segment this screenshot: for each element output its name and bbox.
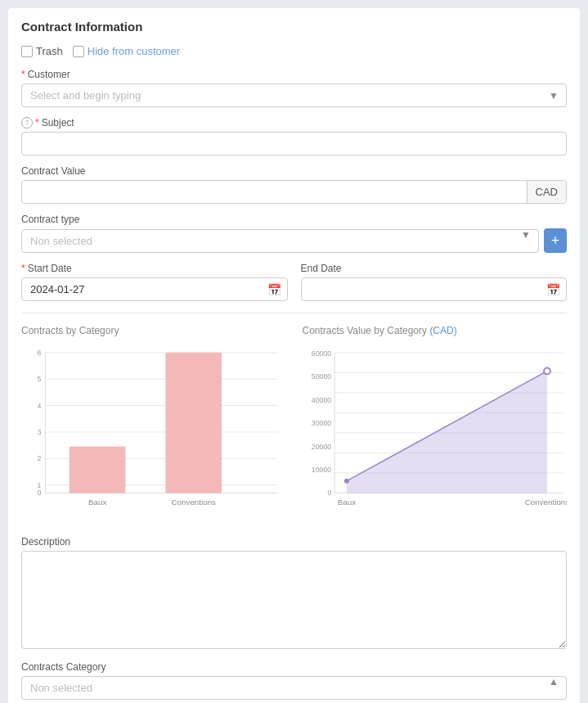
line-chart-block: Contracts Value by Category (CAD)	[303, 325, 568, 523]
contract-value-input[interactable]	[22, 181, 527, 203]
add-contract-type-button[interactable]: +	[544, 228, 567, 253]
line-chart-title: Contracts Value by Category (CAD)	[303, 325, 568, 336]
contract-value-label: Contract Value	[21, 165, 567, 177]
svg-text:0: 0	[38, 489, 42, 497]
bar-chart-svg: 0 1 2 3 4 5 6 Baux Conventions	[21, 343, 286, 515]
date-row: * Start Date 2024-01-27 📅 End Date 📅	[21, 263, 567, 301]
svg-text:40000: 40000	[311, 396, 331, 404]
trash-item[interactable]: Trash	[21, 45, 63, 57]
contract-value-field-group: Contract Value CAD	[21, 165, 567, 204]
svg-text:0: 0	[327, 489, 331, 497]
svg-text:Baux: Baux	[337, 498, 355, 507]
start-date-label: * Start Date	[21, 263, 288, 274]
svg-text:Baux: Baux	[88, 498, 106, 507]
start-date-wrapper: 2024-01-27 📅	[21, 277, 288, 301]
bar-chart-title: Contracts by Category	[21, 325, 286, 336]
bar-baux	[70, 447, 126, 493]
svg-text:6: 6	[38, 349, 42, 357]
toolbar: Trash Hide from customer	[21, 45, 567, 57]
subject-input[interactable]	[21, 132, 567, 155]
contract-value-wrapper: CAD	[21, 180, 567, 204]
svg-text:4: 4	[38, 402, 42, 410]
svg-text:Conventions: Conventions	[524, 498, 567, 507]
description-field-group: Description	[21, 536, 567, 651]
svg-text:1: 1	[38, 481, 42, 489]
line-chart-svg: 0 10000 20000 30000 40000 50000 60000	[303, 343, 568, 515]
hide-label: Hide from customer	[88, 45, 180, 57]
end-date-input[interactable]	[301, 277, 568, 301]
hide-checkbox[interactable]	[73, 46, 84, 57]
svg-text:60000: 60000	[311, 349, 331, 358]
subject-field-group: ? * Subject	[21, 117, 567, 155]
svg-text:10000: 10000	[311, 466, 331, 474]
svg-text:30000: 30000	[311, 419, 331, 427]
subject-label: ? * Subject	[21, 117, 567, 128]
description-label: Description	[21, 536, 567, 548]
dot-conventions	[544, 367, 550, 374]
trash-label: Trash	[36, 45, 63, 57]
description-textarea[interactable]	[21, 551, 567, 649]
customer-select-wrapper: Select and begin typing ▼	[21, 83, 567, 107]
svg-text:2: 2	[38, 454, 42, 462]
dot-baux	[343, 479, 348, 484]
area-fill	[346, 371, 546, 493]
contract-type-field-group: Contract type Non selected ▼ +	[21, 214, 567, 253]
start-date-group: * Start Date 2024-01-27 📅	[21, 263, 288, 301]
bar-conventions	[165, 353, 222, 493]
page-title: Contract Information	[21, 20, 567, 34]
hide-from-customer-item[interactable]: Hide from customer	[73, 45, 180, 57]
charts-row: Contracts by Category 0 1	[21, 325, 567, 523]
trash-checkbox[interactable]	[21, 46, 33, 57]
bar-chart-block: Contracts by Category 0 1	[21, 325, 286, 523]
line-chart-area: 0 10000 20000 30000 40000 50000 60000	[303, 343, 568, 523]
contract-type-wrapper: Non selected ▼ +	[21, 228, 567, 253]
required-star: *	[21, 69, 25, 80]
svg-text:5: 5	[38, 375, 42, 383]
end-date-wrapper: 📅	[301, 277, 568, 301]
svg-text:20000: 20000	[311, 443, 331, 451]
contract-type-select[interactable]: Non selected	[21, 229, 539, 253]
divider	[21, 313, 567, 313]
required-star-subject: *	[35, 117, 39, 128]
end-date-group: End Date 📅	[301, 263, 568, 301]
end-date-label: End Date	[301, 263, 568, 274]
customer-select[interactable]: Select and begin typing	[21, 83, 567, 107]
info-icon[interactable]: ?	[21, 117, 33, 128]
required-star-date: *	[21, 263, 25, 274]
cad-badge: CAD	[527, 181, 566, 203]
svg-text:3: 3	[38, 428, 42, 436]
contracts-category-select-wrap: Non selected ▲	[21, 676, 567, 700]
svg-text:50000: 50000	[311, 372, 331, 381]
bar-chart-area: 0 1 2 3 4 5 6 Baux Conventions	[21, 343, 286, 523]
start-date-input[interactable]: 2024-01-27	[21, 277, 288, 301]
contract-type-select-wrap: Non selected ▼	[21, 229, 539, 253]
contracts-category-label: Contracts Category	[21, 661, 567, 673]
svg-text:Conventions: Conventions	[172, 498, 217, 507]
contracts-category-select[interactable]: Non selected	[21, 676, 567, 700]
customer-label: * Customer	[21, 69, 567, 80]
contracts-category-field-group: Contracts Category Non selected ▲	[21, 661, 567, 700]
customer-field-group: * Customer Select and begin typing ▼	[21, 69, 567, 107]
contract-type-label: Contract type	[21, 214, 567, 225]
contract-information-panel: Contract Information Trash Hide from cus…	[8, 8, 580, 703]
